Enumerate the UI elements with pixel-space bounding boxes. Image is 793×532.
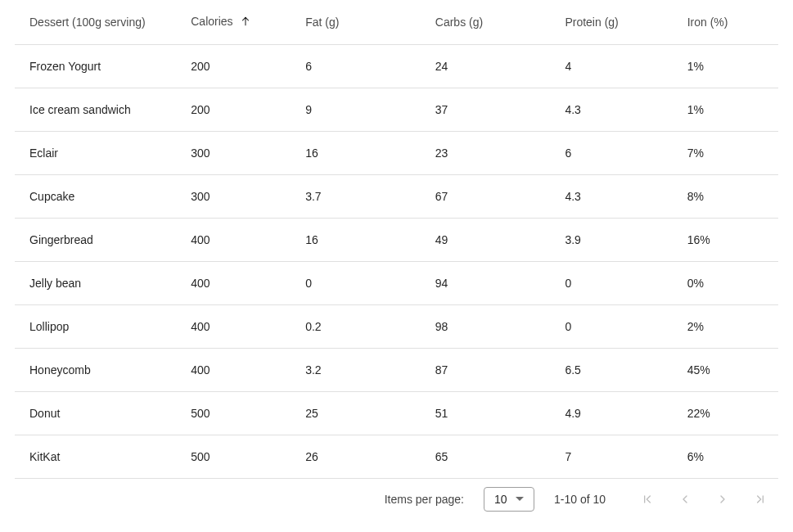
cell-carbs: 24 [427, 44, 557, 88]
cell-carbs: 87 [427, 348, 557, 391]
cell-calories: 500 [182, 391, 297, 435]
caret-down-icon [516, 497, 524, 501]
column-header-label: Iron (%) [687, 16, 728, 29]
cell-carbs: 65 [427, 435, 557, 478]
column-header-label: Calories [191, 15, 232, 28]
column-header-fat[interactable]: Fat (g) [297, 0, 427, 44]
cell-carbs: 49 [427, 218, 557, 261]
cell-calories: 300 [182, 131, 297, 174]
cell-calories: 400 [182, 348, 297, 391]
range-label: 1-10 of 10 [554, 493, 620, 506]
table-row: Ice cream sandwich2009374.31% [15, 88, 778, 131]
cell-calories: 400 [182, 261, 297, 304]
cell-iron: 0% [679, 261, 778, 304]
cell-dessert: Eclair [15, 131, 182, 174]
cell-carbs: 67 [427, 174, 557, 218]
cell-dessert: Cupcake [15, 174, 182, 218]
cell-dessert: Ice cream sandwich [15, 88, 182, 131]
cell-fat: 25 [297, 391, 427, 435]
column-header-protein[interactable]: Protein (g) [556, 0, 678, 44]
cell-protein: 4.3 [556, 174, 678, 218]
table-row: Donut50025514.922% [15, 391, 778, 435]
page-size-select[interactable]: 10 [484, 487, 534, 512]
cell-fat: 16 [297, 131, 427, 174]
cell-iron: 7% [679, 131, 778, 174]
cell-protein: 4.3 [556, 88, 678, 131]
cell-protein: 4 [556, 44, 678, 88]
previous-page-button[interactable] [677, 491, 693, 507]
cell-protein: 4.9 [556, 391, 678, 435]
cell-fat: 9 [297, 88, 427, 131]
column-header-carbs[interactable]: Carbs (g) [427, 0, 557, 44]
cell-calories: 500 [182, 435, 297, 478]
cell-protein: 6 [556, 131, 678, 174]
cell-calories: 400 [182, 218, 297, 261]
header-row: Dessert (100g serving) Calories Fat (g) … [15, 0, 778, 44]
first-page-button[interactable] [639, 491, 656, 507]
column-header-label: Dessert (100g serving) [29, 16, 146, 29]
cell-dessert: KitKat [15, 435, 182, 478]
table-row: KitKat500266576% [15, 435, 778, 478]
cell-fat: 3.7 [297, 174, 427, 218]
cell-carbs: 94 [427, 261, 557, 304]
cell-calories: 200 [182, 44, 297, 88]
table-row: Gingerbread40016493.916% [15, 218, 778, 261]
column-header-label: Carbs (g) [435, 16, 483, 29]
data-table: Dessert (100g serving) Calories Fat (g) … [15, 0, 778, 479]
cell-calories: 400 [182, 304, 297, 348]
cell-protein: 6.5 [556, 348, 678, 391]
table-row: Jelly bean40009400% [15, 261, 778, 304]
page-size-value: 10 [494, 493, 507, 506]
cell-protein: 7 [556, 435, 678, 478]
arrow-up-icon [240, 16, 251, 29]
table-row: Eclair300162367% [15, 131, 778, 174]
column-header-calories[interactable]: Calories [182, 0, 297, 44]
cell-fat: 3.2 [297, 348, 427, 391]
cell-carbs: 98 [427, 304, 557, 348]
paginator-nav [639, 491, 768, 507]
cell-dessert: Gingerbread [15, 218, 182, 261]
cell-iron: 1% [679, 88, 778, 131]
cell-fat: 0 [297, 261, 427, 304]
cell-dessert: Jelly bean [15, 261, 182, 304]
column-header-label: Protein (g) [565, 16, 618, 29]
cell-carbs: 51 [427, 391, 557, 435]
cell-iron: 16% [679, 218, 778, 261]
column-header-dessert[interactable]: Dessert (100g serving) [15, 0, 182, 44]
cell-calories: 200 [182, 88, 297, 131]
cell-fat: 6 [297, 44, 427, 88]
cell-fat: 26 [297, 435, 427, 478]
next-page-button[interactable] [714, 491, 731, 507]
column-header-iron[interactable]: Iron (%) [679, 0, 778, 44]
table-row: Cupcake3003.7674.38% [15, 174, 778, 218]
cell-iron: 6% [679, 435, 778, 478]
cell-protein: 0 [556, 304, 678, 348]
paginator: Items per page: 10 1-10 of 10 [15, 479, 778, 520]
cell-fat: 0.2 [297, 304, 427, 348]
cell-iron: 1% [679, 44, 778, 88]
cell-carbs: 37 [427, 88, 557, 131]
cell-iron: 2% [679, 304, 778, 348]
cell-carbs: 23 [427, 131, 557, 174]
cell-calories: 300 [182, 174, 297, 218]
table-row: Lollipop4000.29802% [15, 304, 778, 348]
cell-protein: 3.9 [556, 218, 678, 261]
cell-dessert: Honeycomb [15, 348, 182, 391]
cell-dessert: Donut [15, 391, 182, 435]
last-page-button[interactable] [752, 491, 768, 507]
cell-dessert: Lollipop [15, 304, 182, 348]
cell-iron: 22% [679, 391, 778, 435]
cell-iron: 45% [679, 348, 778, 391]
cell-iron: 8% [679, 174, 778, 218]
cell-protein: 0 [556, 261, 678, 304]
table-row: Frozen Yogurt20062441% [15, 44, 778, 88]
items-per-page-label: Items per page: [385, 493, 464, 506]
column-header-label: Fat (g) [305, 16, 339, 29]
cell-dessert: Frozen Yogurt [15, 44, 182, 88]
table-row: Honeycomb4003.2876.545% [15, 348, 778, 391]
cell-fat: 16 [297, 218, 427, 261]
